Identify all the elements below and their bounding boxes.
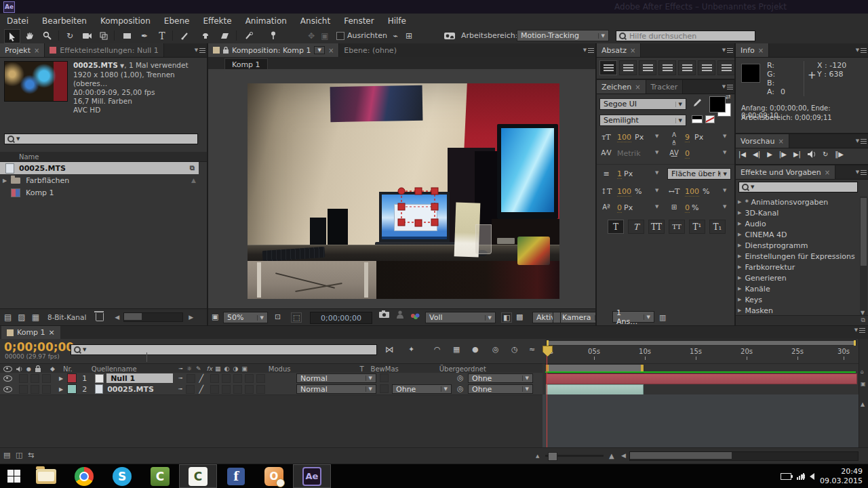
- kerning-value[interactable]: Metrik: [617, 149, 641, 158]
- tab-vorschau[interactable]: Vorschau×: [736, 134, 789, 148]
- menu-ansicht[interactable]: Ansicht: [294, 14, 337, 28]
- expand-arrow-icon[interactable]: ▶: [59, 375, 63, 382]
- expand-layer-switches-icon[interactable]: ▤: [3, 451, 10, 460]
- panel-menu-icon[interactable]: ▼: [193, 43, 207, 57]
- close-icon[interactable]: ×: [825, 169, 830, 176]
- font-size-value[interactable]: 100: [617, 133, 631, 142]
- project-item-comp[interactable]: Komp 1: [0, 186, 199, 199]
- col-modus[interactable]: Modus: [269, 365, 291, 373]
- panel-menu-icon[interactable]: ▼: [854, 165, 868, 179]
- scroll-left-icon[interactable]: ◀: [115, 314, 119, 321]
- scroll-up-icon[interactable]: ▲: [191, 177, 196, 184]
- interpret-footage-icon[interactable]: ▤: [4, 312, 12, 322]
- align-center-button[interactable]: [619, 60, 637, 75]
- list-item[interactable]: ▶Dienstprogramm: [736, 240, 859, 251]
- col-bewmas[interactable]: BewMas: [371, 365, 399, 373]
- swap-colors-icon[interactable]: ⇄: [726, 94, 731, 100]
- close-icon[interactable]: ×: [635, 83, 640, 91]
- lock-toggle[interactable]: [42, 385, 51, 394]
- visibility-toggle[interactable]: [3, 386, 12, 392]
- col-quellenname[interactable]: Quellenname: [92, 365, 137, 373]
- always-preview-icon[interactable]: ▣: [212, 312, 218, 321]
- pickwhip-icon[interactable]: ◎: [457, 384, 464, 393]
- dropdown-arrow-icon[interactable]: ▼: [655, 188, 658, 193]
- tab-info[interactable]: Info×: [736, 43, 769, 57]
- brush-tool-icon[interactable]: [178, 29, 193, 42]
- layer-name[interactable]: 00025.MTS: [107, 385, 154, 394]
- pen-tool-icon[interactable]: ✒: [137, 29, 152, 42]
- menu-animation[interactable]: Animation: [239, 14, 294, 28]
- frame-blending-icon[interactable]: ▦: [453, 345, 460, 354]
- justify-last-center-button[interactable]: [678, 60, 696, 75]
- collapse-switch[interactable]: [186, 374, 195, 383]
- parent-dropdown[interactable]: Ohne▼: [468, 373, 533, 383]
- vertical-scale-value[interactable]: 100: [617, 187, 631, 197]
- solo-toggle[interactable]: [31, 374, 39, 383]
- ram-preview-button[interactable]: ‖▶: [835, 150, 844, 159]
- menu-komposition[interactable]: Komposition: [94, 14, 157, 28]
- align-right-button[interactable]: [639, 60, 656, 75]
- selection-tool-icon[interactable]: [4, 29, 20, 43]
- list-item[interactable]: ▶Generieren: [736, 272, 859, 283]
- timeline-tab-komp1[interactable]: Komp 1 ×: [1, 326, 60, 339]
- list-item[interactable]: ▶CINEMA 4D: [736, 229, 859, 240]
- expand-inout-icon[interactable]: ⇆: [28, 451, 34, 460]
- superscript-button[interactable]: T¹: [689, 220, 705, 234]
- zoom-slider-thumb[interactable]: [548, 452, 557, 461]
- list-item[interactable]: ▶Masken: [736, 305, 859, 316]
- col-t[interactable]: T: [359, 365, 363, 373]
- scrollbar-thumb[interactable]: [861, 198, 867, 266]
- close-icon[interactable]: ×: [630, 47, 635, 54]
- active-camera-dropdown[interactable]: Aktive Kamera▼: [532, 312, 595, 323]
- frame-blend-switch[interactable]: [222, 374, 231, 383]
- close-icon[interactable]: ×: [778, 138, 783, 145]
- faux-bold-button[interactable]: T: [608, 220, 624, 234]
- justify-all-button[interactable]: [717, 60, 734, 75]
- justify-last-left-button[interactable]: [658, 60, 676, 75]
- close-icon[interactable]: ×: [49, 328, 55, 337]
- list-item[interactable]: ▶* Animationsvorgaben: [736, 197, 859, 207]
- panel-menu-icon[interactable]: ▼: [853, 327, 867, 333]
- all-caps-button[interactable]: TT: [648, 220, 665, 234]
- quality-switch[interactable]: ╱: [199, 374, 204, 383]
- tab-ebene[interactable]: Ebene: (ohne): [339, 43, 401, 57]
- menu-bearbeiten[interactable]: Bearbeiten: [35, 14, 94, 28]
- list-item[interactable]: ▶Einstellungen für Expressions: [736, 251, 859, 262]
- effects-vscrollbar[interactable]: ▼: [860, 197, 867, 316]
- close-icon[interactable]: ×: [34, 47, 39, 54]
- expand-transfer-controls-icon[interactable]: ◫: [16, 451, 22, 460]
- timeline-hscrollbar[interactable]: [629, 451, 859, 461]
- dropdown-arrow-icon[interactable]: ▼: [723, 134, 726, 139]
- tsume-value[interactable]: 0: [685, 203, 690, 213]
- dropdown-arrow-icon[interactable]: ▼: [723, 188, 726, 193]
- track-matte-dropdown[interactable]: Ohne▼: [392, 384, 452, 394]
- align-left-button[interactable]: [599, 60, 617, 75]
- subscript-button[interactable]: T₁: [709, 220, 726, 234]
- auto-keyframe-icon[interactable]: ◷: [511, 345, 518, 354]
- region-of-interest-icon[interactable]: ⬚: [291, 312, 302, 323]
- baseline-shift-value[interactable]: 0: [617, 203, 622, 213]
- audio-button[interactable]: [808, 150, 816, 159]
- solo-toggle[interactable]: [31, 385, 39, 394]
- snapshot-icon[interactable]: [379, 310, 389, 320]
- label-color-chip[interactable]: [67, 373, 77, 383]
- audio-column-icon[interactable]: [16, 366, 22, 372]
- tab-zeichen[interactable]: Zeichen×: [597, 80, 646, 94]
- dropdown-arrow-icon[interactable]: ▼: [723, 204, 726, 209]
- tab-komposition[interactable]: Komposition: Komp 1 ▼ ×: [208, 43, 339, 57]
- frame-blend-switch[interactable]: [222, 385, 231, 394]
- checkerboard-icon[interactable]: ▩: [516, 312, 523, 321]
- scrollbar-thumb[interactable]: [630, 452, 732, 459]
- timeline-timecode[interactable]: 0;00;00;00: [4, 340, 74, 354]
- panel-menu-icon[interactable]: ▼: [721, 80, 734, 94]
- taskbar-clock[interactable]: 20:49 09.03.2015: [820, 467, 863, 486]
- transparency-grid-icon[interactable]: ◧: [501, 312, 512, 323]
- scroll-left-icon[interactable]: ◀: [621, 452, 626, 459]
- timeline-search[interactable]: ▼: [71, 344, 377, 355]
- font-style-dropdown[interactable]: Semilight▼: [599, 115, 686, 126]
- collapse-switch[interactable]: [186, 385, 195, 394]
- tracking-markers-overlay[interactable]: [248, 83, 559, 299]
- brainstorm-icon[interactable]: ◎: [492, 345, 499, 354]
- lock-toggle[interactable]: [42, 374, 51, 383]
- taskbar-office-app[interactable]: O: [255, 464, 293, 488]
